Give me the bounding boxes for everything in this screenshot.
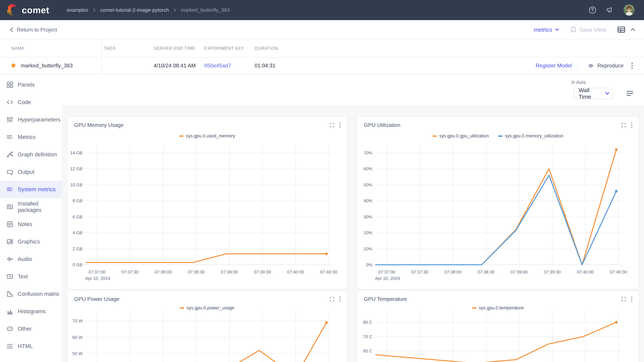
metrics-icon [6,134,14,141]
svg-text:40%: 40% [364,198,372,203]
svg-text:07:38:30: 07:38:30 [188,270,205,275]
filter-lines-icon[interactable] [626,90,633,96]
svg-text:50%: 50% [364,182,372,187]
sidebar-item-output[interactable]: Output [0,163,62,181]
chart-kebab-menu-icon[interactable] [631,296,632,302]
comet-logo[interactable]: comet [6,3,49,17]
view-dropdown-value: metrics [534,26,552,33]
experiment-name[interactable]: marked_butterfly_363 [21,62,73,69]
fullscreen-icon[interactable] [329,122,335,128]
announcements-icon[interactable] [606,6,614,14]
save-view-button[interactable]: Save View [570,26,606,33]
sidebar-item-graphics[interactable]: Graphics [0,233,62,250]
top-nav: comet examplescomet-tutorial-2-image-pyt… [0,0,644,20]
sidebar-item-other[interactable]: Other [0,320,62,338]
svg-text:07:39:00: 07:39:00 [511,270,528,275]
svg-text:07:37:30: 07:37:30 [412,270,428,275]
svg-text:0 GB: 0 GB [72,262,82,267]
breadcrumb-item[interactable]: examples [67,7,88,13]
chart-legend: sys.gpu.0.used_memory [68,133,347,139]
legend-dash-icon [179,135,184,137]
legend-item[interactable]: sys.gpu.0.used_memory [179,133,235,139]
return-to-project-button[interactable]: Return to Project [10,27,57,33]
legend-label: sys.gpu.0.used_memory [186,133,235,139]
table-row[interactable]: marked_butterfly_363 4/10/24 08:41 AM 05… [0,57,644,74]
register-model-button[interactable]: Register Model [536,62,572,69]
chart-kebab-menu-icon[interactable] [339,122,341,128]
other-icon [6,325,14,332]
duration: 01:04:31 [254,62,276,69]
chart-kebab-menu-icon[interactable] [631,122,632,128]
sidebar-item-histograms[interactable]: Histograms [0,303,62,320]
table-view-icon[interactable] [618,26,625,33]
sidebar-item-installed-packages[interactable]: PyInstalled packages [0,198,62,216]
column-header[interactable]: EXPERIMENT KEY [204,46,244,51]
chart-title: GPU Memory Usage [74,122,124,128]
legend-label: sys.gpu.0.memory_utilization [505,133,563,139]
fullscreen-icon[interactable] [329,296,335,302]
sidebar-item-audio[interactable]: Audio [0,250,62,268]
audio-icon [6,256,14,263]
svg-text:07:37:30: 07:37:30 [122,270,138,275]
column-header[interactable]: NAME [12,46,24,51]
svg-text:2 GB: 2 GB [72,246,82,251]
column-header[interactable]: DURATION [254,46,278,51]
legend-item[interactable]: sys.gpu.0.power_usage [180,305,234,311]
x-axis-select[interactable]: Wall Time [574,88,613,99]
legend-label: sys.gpu.0.power_usage [186,305,234,311]
sidebar-item-code[interactable]: Code [0,93,62,111]
sidebar-item-label: Histograms [18,308,46,315]
comet-logo-icon [6,3,19,17]
chart-title: GPU Utilization [364,122,400,128]
sidebar-item-label: Audio [18,256,32,262]
x-axis-select-value: Wall Time [578,87,602,100]
chart-title: GPU Power Usage [74,296,120,302]
chart-kebab-menu-icon[interactable] [339,296,341,302]
sidebar-item-label: Confusion matrix [18,291,59,297]
histograms-icon [6,308,14,315]
sidebar-item-text[interactable]: TtText [0,268,62,285]
sidebar-item-panels[interactable]: Panels [0,76,62,93]
help-icon[interactable] [589,6,596,14]
row-kebab-menu-icon[interactable] [631,62,633,69]
legend-item[interactable]: sys.gpu.0.gpu_utilization [432,133,489,139]
fullscreen-icon[interactable] [621,296,626,302]
sidebar-item-metrics[interactable]: Metrics [0,128,62,146]
svg-text:Apr 10, 2024: Apr 10, 2024 [375,276,400,281]
sidebar-item-label: Graph definition [18,151,57,158]
sidebar-item-hyperparameters[interactable]: Hyperparameters [0,111,62,128]
svg-text:70 W: 70 W [72,319,82,324]
sidebar-item-label: Other [18,326,32,332]
sidebar: PanelsCodeHyperparametersMetricsGraph de… [0,74,62,362]
experiment-key-link[interactable]: 056e45ad7 [204,62,231,69]
legend-dash-icon [498,135,502,137]
sidebar-item-confusion-matrix[interactable]: Confusion matrix [0,285,62,303]
hyperparameters-icon [6,116,14,123]
main-content: X-Axis Wall Time 0 GB2 GB4 GB6 GB8 GB10 … [62,74,644,362]
collapse-chevron-icon[interactable] [630,28,635,31]
view-dropdown[interactable]: metrics [534,26,559,33]
svg-text:4 GB: 4 GB [72,230,82,235]
column-header[interactable]: TAGS [104,46,116,51]
breadcrumb-item[interactable]: comet-tutorial-2-image-pytorch [100,7,169,13]
x-axis-label: X-Axis [571,79,586,85]
sidebar-item-label: Code [18,99,31,105]
reproduce-label: Reproduce [598,62,624,69]
reproduce-button[interactable]: Reproduce [588,62,624,69]
sidebar-item-system-metrics[interactable]: System metrics [0,181,62,198]
legend-item[interactable]: sys.gpu.0.temperature [472,305,524,311]
sidebar-item-label: Graphics [18,239,40,245]
sidebar-item-notes[interactable]: Notes [0,216,62,233]
chart-legend: sys.gpu.0.power_usage [68,305,347,311]
output-icon [6,168,14,175]
actions-divider [578,61,578,71]
fullscreen-icon[interactable] [621,122,626,128]
column-header[interactable]: SERVER END TIME [154,46,196,51]
avatar[interactable] [624,4,634,15]
server-end-time: 4/10/24 08:41 AM [154,62,196,69]
legend-item[interactable]: sys.gpu.0.memory_utilization [498,133,563,139]
chart-controls-strip: X-Axis Wall Time [62,74,644,106]
sidebar-item-html[interactable]: HTMLHTML [0,338,62,355]
chevron-down-icon [555,28,559,31]
sidebar-item-graph-definition[interactable]: Graph definition [0,146,62,163]
